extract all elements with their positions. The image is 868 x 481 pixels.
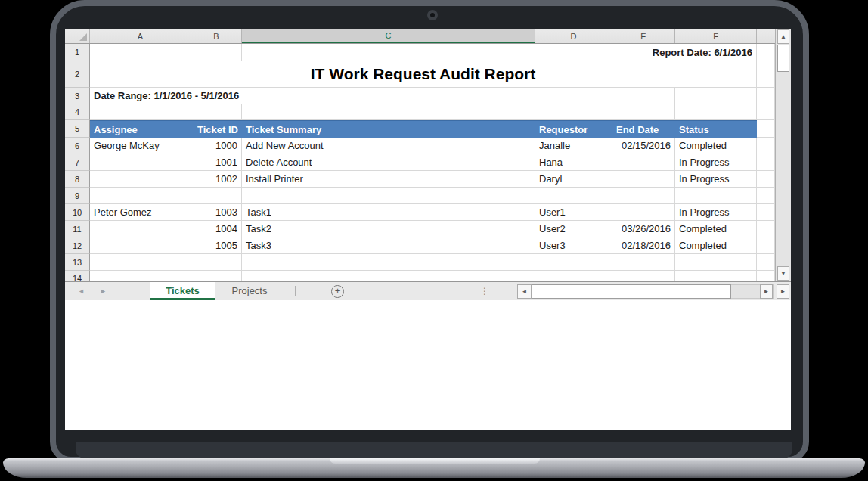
row-number[interactable]: 12 — [65, 237, 90, 254]
vertical-scrollbar[interactable]: ▲ ▼ — [775, 29, 791, 281]
cell-g[interactable] — [757, 138, 775, 154]
cell-b13[interactable] — [191, 254, 242, 271]
cell-requestor[interactable]: User1 — [535, 204, 612, 221]
report-title-cell[interactable]: IT Work Request Audit Report — [90, 61, 757, 88]
header-status[interactable]: Status — [675, 120, 757, 138]
header-ticket-summary[interactable]: Ticket Summary — [242, 120, 535, 138]
cell-requestor[interactable]: Daryl — [535, 171, 612, 188]
cell-g4[interactable] — [757, 104, 775, 120]
row-number[interactable]: 1 — [65, 44, 90, 61]
row-number[interactable]: 2 — [65, 61, 90, 88]
cell-ticket-id[interactable]: 1005 — [191, 237, 242, 254]
cell-status[interactable] — [675, 188, 757, 204]
cell-requestor[interactable]: Janalle — [535, 138, 612, 154]
column-header-e[interactable]: E — [612, 29, 675, 43]
cell-g[interactable] — [757, 154, 775, 171]
column-header-f[interactable]: F — [675, 29, 757, 43]
cell-d4[interactable] — [535, 104, 612, 120]
cell-f4[interactable] — [675, 104, 757, 120]
select-all-corner[interactable] — [65, 29, 90, 43]
cell-ticket-summary[interactable]: Task3 — [242, 237, 535, 254]
row-number[interactable]: 7 — [65, 154, 90, 171]
cell-status[interactable]: In Progress — [675, 154, 757, 171]
cell-g2[interactable] — [757, 61, 775, 88]
cell-d3[interactable] — [535, 88, 612, 104]
cell-g[interactable] — [757, 221, 775, 237]
row-number[interactable]: 11 — [65, 221, 90, 237]
cell-status[interactable]: Completed — [675, 221, 757, 237]
cell-assignee[interactable]: Peter Gomez — [90, 204, 191, 221]
cell-a1[interactable] — [90, 44, 191, 61]
cell-d13[interactable] — [535, 254, 612, 271]
cell-c14[interactable] — [242, 271, 535, 281]
report-date-cell[interactable]: Report Date: 6/1/2016 — [535, 44, 757, 61]
cell-e13[interactable] — [612, 254, 675, 271]
cell-e3[interactable] — [612, 88, 675, 104]
cell-status[interactable]: In Progress — [675, 204, 757, 221]
tab-tickets-active[interactable]: Tickets — [150, 282, 215, 300]
scroll-up-icon[interactable]: ▲ — [777, 29, 789, 44]
cell-ticket-summary[interactable]: Delete Account — [242, 154, 535, 171]
cell-assignee[interactable] — [90, 221, 191, 237]
cell-c13[interactable] — [242, 254, 535, 271]
cell-ticket-summary[interactable]: Task1 — [242, 204, 535, 221]
cell-ticket-id[interactable]: 1000 — [191, 138, 242, 154]
cell-ticket-id[interactable]: 1004 — [191, 221, 242, 237]
column-header-b[interactable]: B — [191, 29, 242, 43]
cell-g3[interactable] — [757, 88, 775, 104]
cell-b4[interactable] — [191, 104, 242, 120]
header-requestor[interactable]: Requestor — [535, 120, 612, 138]
cell-requestor[interactable]: User2 — [535, 221, 612, 237]
cell-d14[interactable] — [535, 271, 612, 281]
cell-a4[interactable] — [90, 104, 191, 120]
cell-ticket-summary[interactable] — [242, 188, 535, 204]
cell-ticket-id[interactable]: 1003 — [191, 204, 242, 221]
cell-ticket-id[interactable]: 1001 — [191, 154, 242, 171]
cell-assignee[interactable] — [90, 188, 191, 204]
column-header-a[interactable]: A — [90, 29, 191, 43]
row-number[interactable]: 5 — [65, 120, 90, 138]
cell-status[interactable]: Completed — [675, 138, 757, 154]
cell-end-date[interactable] — [612, 154, 675, 171]
cell-ticket-summary[interactable]: Install Printer — [242, 171, 535, 188]
row-number[interactable]: 10 — [65, 204, 90, 221]
row-number[interactable]: 4 — [65, 104, 90, 120]
tab-projects[interactable]: Projects — [215, 282, 284, 300]
header-assignee[interactable]: Assignee — [90, 120, 191, 138]
cell-a13[interactable] — [90, 254, 191, 271]
cell-f14[interactable] — [675, 271, 757, 281]
cell-g[interactable] — [757, 204, 775, 221]
cell-f13[interactable] — [675, 254, 757, 271]
cell-a14[interactable] — [90, 271, 191, 281]
scroll-right-icon[interactable]: ► — [760, 284, 773, 299]
cell-end-date[interactable]: 02/15/2016 — [612, 138, 675, 154]
cell-g14[interactable] — [757, 271, 775, 281]
cell-ticket-id[interactable]: 1002 — [191, 171, 242, 188]
cell-status[interactable]: Completed — [675, 237, 757, 254]
date-range-cell[interactable]: Date Range: 1/1/2016 - 5/1/2016 — [90, 88, 535, 104]
cell-e14[interactable] — [612, 271, 675, 281]
column-header-c-selected[interactable]: C — [242, 29, 535, 43]
row-number[interactable]: 8 — [65, 171, 90, 188]
splitter-dots-icon[interactable]: ⋮ — [480, 282, 489, 300]
add-sheet-icon[interactable]: + — [331, 285, 344, 298]
cell-g[interactable] — [757, 237, 775, 254]
cell-assignee[interactable]: George McKay — [90, 138, 191, 154]
cell-b14[interactable] — [191, 271, 242, 281]
row-number[interactable]: 13 — [65, 254, 90, 271]
cell-requestor[interactable] — [535, 188, 612, 204]
cell-ticket-summary[interactable]: Task2 — [242, 221, 535, 237]
cell-c1[interactable] — [242, 44, 535, 61]
cell-requestor[interactable]: Hana — [535, 154, 612, 171]
tab-nav-left-icon[interactable]: ◄ — [78, 282, 85, 300]
cell-e4[interactable] — [612, 104, 675, 120]
column-header-d[interactable]: D — [535, 29, 612, 43]
cell-end-date[interactable] — [612, 171, 675, 188]
scroll-left-icon[interactable]: ◄ — [517, 284, 532, 299]
cell-end-date[interactable]: 02/18/2016 — [612, 237, 675, 254]
row-number[interactable]: 14 — [65, 271, 90, 281]
cell-requestor[interactable]: User3 — [535, 237, 612, 254]
cell-end-date[interactable]: 03/26/2016 — [612, 221, 675, 237]
cell-assignee[interactable] — [90, 237, 191, 254]
cell-assignee[interactable] — [90, 154, 191, 171]
